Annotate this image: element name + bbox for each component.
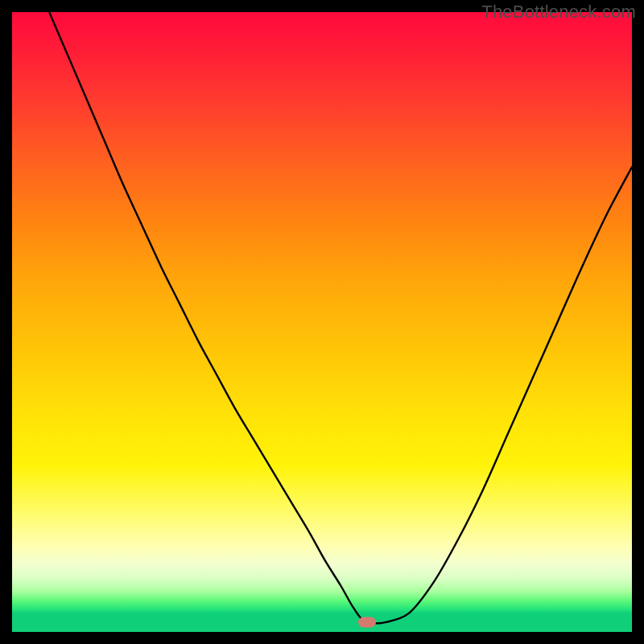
plot-area (12, 12, 632, 632)
watermark-label: TheBottleneck.com (481, 2, 636, 23)
optimal-marker (358, 617, 376, 628)
bottleneck-curve (12, 12, 632, 632)
chart-stage: TheBottleneck.com (0, 0, 644, 644)
